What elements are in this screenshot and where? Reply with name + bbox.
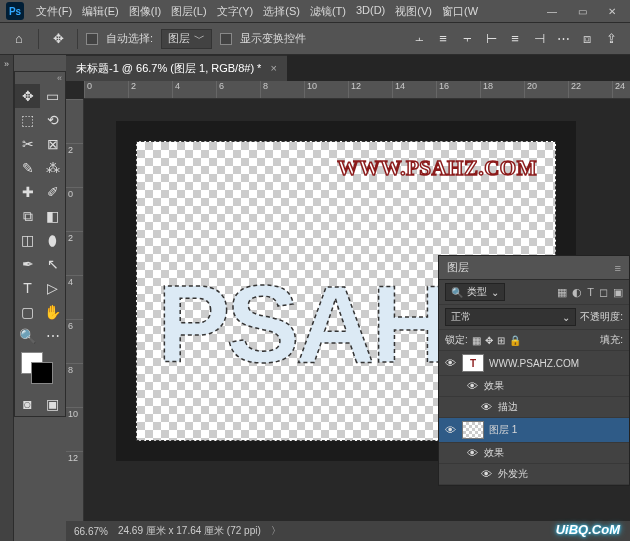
align-left-icon[interactable]: ⊢ bbox=[480, 28, 502, 50]
brush-tool[interactable]: ✐ bbox=[40, 180, 65, 204]
pen-tool[interactable]: ✒ bbox=[15, 252, 40, 276]
align-top-icon[interactable]: ⫠ bbox=[408, 28, 430, 50]
filter-type-label: 类型 bbox=[467, 285, 487, 299]
blend-mode-value: 正常 bbox=[451, 310, 471, 324]
layers-panel[interactable]: 图层 ≡ 🔍 类型 ⌄ ▦ ◐ T ◻ ▣ 正常 ⌄ 不透明度: bbox=[438, 255, 630, 486]
layer-1[interactable]: 👁 图层 1 bbox=[439, 418, 629, 443]
healing-tool[interactable]: ✚ bbox=[15, 180, 40, 204]
align-vcenter-icon[interactable]: ≡ bbox=[432, 28, 454, 50]
filter-smart-icon[interactable]: ▣ bbox=[613, 286, 623, 299]
blend-mode-dropdown[interactable]: 正常 ⌄ bbox=[445, 308, 576, 326]
layer-stroke-effect[interactable]: 👁 描边 bbox=[439, 397, 629, 418]
zoom-value[interactable]: 66.67% bbox=[74, 526, 108, 537]
visibility-icon[interactable]: 👁 bbox=[479, 401, 493, 413]
layer-effects-2[interactable]: 👁 效果 bbox=[439, 443, 629, 464]
more-icon[interactable]: ⋯ bbox=[552, 28, 574, 50]
blur-tool[interactable]: ⬮ bbox=[40, 228, 65, 252]
menu-window[interactable]: 窗口(W bbox=[438, 2, 482, 21]
screenmode-tool[interactable]: ▣ bbox=[40, 392, 65, 416]
3d-icon[interactable]: ⧈ bbox=[576, 28, 598, 50]
filter-type-dropdown[interactable]: 🔍 类型 ⌄ bbox=[445, 283, 505, 301]
lock-pixels-icon[interactable]: ▦ bbox=[472, 335, 481, 346]
shape-tool[interactable]: ▢ bbox=[15, 300, 40, 324]
lock-all-icon[interactable]: 🔒 bbox=[509, 335, 521, 346]
doc-dimensions: 24.69 厘米 x 17.64 厘米 (72 ppi) bbox=[118, 524, 261, 538]
expand-icon[interactable]: » bbox=[0, 55, 13, 69]
layer-text[interactable]: 👁 T WWW.PSAHZ.COM bbox=[439, 351, 629, 376]
lasso-tool[interactable]: ⟲ bbox=[40, 108, 65, 132]
gradient-tool[interactable]: ◫ bbox=[15, 228, 40, 252]
home-icon[interactable]: ⌂ bbox=[8, 28, 30, 50]
menu-type[interactable]: 文字(Y) bbox=[213, 2, 258, 21]
search-icon: 🔍 bbox=[451, 287, 463, 298]
dropdown-value: 图层 bbox=[168, 31, 190, 46]
move-tool[interactable]: ✥ bbox=[15, 84, 40, 108]
panel-tab[interactable]: 图层 ≡ bbox=[439, 256, 629, 280]
visibility-icon[interactable]: 👁 bbox=[479, 468, 493, 480]
layer-name: 描边 bbox=[498, 400, 625, 414]
layer-outerglow-effect[interactable]: 👁 外发光 bbox=[439, 464, 629, 485]
divider bbox=[38, 29, 39, 49]
visibility-icon[interactable]: 👁 bbox=[443, 357, 457, 369]
url-text-layer: WWW.PSAHZ.COM bbox=[338, 156, 537, 181]
menu-image[interactable]: 图像(I) bbox=[125, 2, 165, 21]
chevron-down-icon: ﹀ bbox=[194, 31, 205, 46]
crop-tool[interactable]: ✂ bbox=[15, 132, 40, 156]
align-bottom-icon[interactable]: ⫟ bbox=[456, 28, 478, 50]
chevron-right-icon[interactable]: 〉 bbox=[271, 524, 281, 538]
eraser-tool[interactable]: ◧ bbox=[40, 204, 65, 228]
lock-artboard-icon[interactable]: ⊞ bbox=[497, 335, 505, 346]
clone-tool[interactable]: ⧉ bbox=[15, 204, 40, 228]
lock-position-icon[interactable]: ✥ bbox=[485, 335, 493, 346]
toolbox-collapse-icon[interactable]: « bbox=[15, 72, 65, 84]
color-swatches[interactable] bbox=[15, 348, 65, 392]
menu-layer[interactable]: 图层(L) bbox=[167, 2, 210, 21]
close-icon[interactable]: ✕ bbox=[600, 3, 624, 19]
menu-edit[interactable]: 编辑(E) bbox=[78, 2, 123, 21]
document-tab[interactable]: 未标题-1 @ 66.7% (图层 1, RGB/8#) * × bbox=[66, 55, 287, 81]
menu-3d[interactable]: 3D(D) bbox=[352, 2, 389, 21]
menu-select[interactable]: 选择(S) bbox=[259, 2, 304, 21]
tab-close-icon[interactable]: × bbox=[270, 62, 276, 74]
visibility-icon[interactable]: 👁 bbox=[465, 447, 479, 459]
auto-select-dropdown[interactable]: 图层 ﹀ bbox=[161, 29, 212, 49]
wand-tool[interactable]: ⁂ bbox=[40, 156, 65, 180]
show-transform-checkbox[interactable] bbox=[220, 33, 232, 45]
option-bar: ⌂ ✥ 自动选择: 图层 ﹀ 显示变换控件 ⫠ ≡ ⫟ ⊢ ≡ ⊣ ⋯ ⧈ ⇪ bbox=[0, 23, 630, 55]
text-tool[interactable]: T bbox=[15, 276, 40, 300]
visibility-icon[interactable]: 👁 bbox=[443, 424, 457, 436]
maximize-icon[interactable]: ▭ bbox=[570, 3, 594, 19]
filter-text-icon[interactable]: T bbox=[587, 286, 594, 299]
menu-file[interactable]: 文件(F) bbox=[32, 2, 76, 21]
artboard-tool[interactable]: ▭ bbox=[40, 84, 65, 108]
zoom-tool[interactable]: 🔍 bbox=[15, 324, 40, 348]
menu-filter[interactable]: 滤镜(T) bbox=[306, 2, 350, 21]
align-right-icon[interactable]: ⊣ bbox=[528, 28, 550, 50]
share-icon[interactable]: ⇪ bbox=[600, 28, 622, 50]
panel-menu-icon[interactable]: ≡ bbox=[615, 262, 621, 274]
menu-view[interactable]: 视图(V) bbox=[391, 2, 436, 21]
filter-shape-icon[interactable]: ◻ bbox=[599, 286, 608, 299]
filter-pixel-icon[interactable]: ▦ bbox=[557, 286, 567, 299]
marquee-tool[interactable]: ⬚ bbox=[15, 108, 40, 132]
divider bbox=[77, 29, 78, 49]
frame-tool[interactable]: ⊠ bbox=[40, 132, 65, 156]
background-swatch[interactable] bbox=[31, 362, 53, 384]
quickmask-tool[interactable]: ◙ bbox=[15, 392, 40, 416]
align-hcenter-icon[interactable]: ≡ bbox=[504, 28, 526, 50]
workspace: » « ✥ ▭ ⬚ ⟲ ✂ ⊠ ✎ ⁂ ✚ ✐ ⧉ ◧ ◫ ⬮ ✒ ↖ T ▷ … bbox=[0, 55, 630, 541]
opacity-label: 不透明度: bbox=[580, 310, 623, 324]
eyedropper-tool[interactable]: ✎ bbox=[15, 156, 40, 180]
hand-tool[interactable]: ✋ bbox=[40, 300, 65, 324]
auto-select-checkbox[interactable] bbox=[86, 33, 98, 45]
move-tool-icon[interactable]: ✥ bbox=[47, 28, 69, 50]
minimize-icon[interactable]: — bbox=[540, 3, 564, 19]
collapsed-panel-strip[interactable]: » bbox=[0, 55, 14, 541]
visibility-icon[interactable]: 👁 bbox=[465, 380, 479, 392]
ruler-horizontal: 024681012141618202224 bbox=[84, 81, 630, 99]
path-tool[interactable]: ↖ bbox=[40, 252, 65, 276]
filter-adjust-icon[interactable]: ◐ bbox=[572, 286, 582, 299]
edit-toolbar[interactable]: ⋯ bbox=[40, 324, 65, 348]
layer-effects[interactable]: 👁 效果 bbox=[439, 376, 629, 397]
direct-select-tool[interactable]: ▷ bbox=[40, 276, 65, 300]
